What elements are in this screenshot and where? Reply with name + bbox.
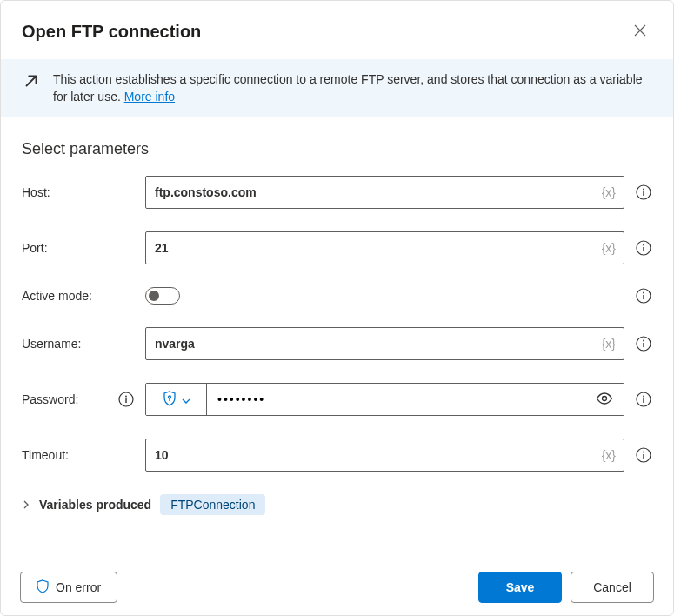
eye-icon: [596, 392, 613, 407]
row-port: Port: {x}: [22, 231, 652, 264]
active-mode-toggle[interactable]: [145, 287, 180, 305]
svg-point-5: [643, 292, 644, 294]
label-port: Port:: [22, 241, 135, 255]
info-icon[interactable]: [635, 335, 652, 352]
row-host: Host: {x}: [22, 176, 652, 209]
label-active-mode: Active mode:: [22, 289, 135, 303]
row-active-mode: Active mode:: [22, 287, 652, 305]
svg-point-1: [643, 189, 644, 191]
input-wrap-host: {x}: [145, 176, 624, 209]
toggle-thumb: [149, 291, 159, 301]
info-icon[interactable]: [635, 446, 652, 464]
shield-outline-icon: [37, 579, 49, 596]
shield-icon: [163, 391, 177, 409]
variables-produced-label: Variables produced: [39, 498, 151, 512]
dialog-header: Open FTP connection: [1, 1, 673, 59]
toggle-wrap: [145, 287, 624, 305]
dialog-content: Select parameters Host: {x} Port: {x}: [1, 117, 673, 559]
svg-point-3: [643, 244, 644, 246]
password-input-wrap: [207, 384, 624, 415]
svg-point-10: [168, 396, 170, 398]
input-wrap-username: {x}: [145, 327, 624, 360]
password-type-dropdown[interactable]: [146, 384, 207, 415]
section-title: Select parameters: [22, 140, 652, 158]
arrow-up-right-icon: [22, 71, 41, 93]
reveal-password-button[interactable]: [592, 389, 617, 411]
info-icon[interactable]: [635, 391, 652, 408]
row-timeout: Timeout: {x}: [22, 439, 652, 472]
info-icon[interactable]: [635, 184, 652, 201]
more-info-link[interactable]: More info: [124, 90, 175, 104]
info-icon[interactable]: [117, 391, 135, 408]
info-icon[interactable]: [635, 239, 652, 257]
chevron-down-icon: [182, 393, 190, 406]
svg-point-15: [643, 452, 644, 453]
timeout-input[interactable]: [145, 439, 624, 472]
svg-point-13: [643, 396, 644, 398]
svg-point-11: [603, 396, 607, 400]
input-wrap-port: {x}: [145, 231, 624, 264]
on-error-label: On error: [56, 580, 101, 594]
info-banner: This action establishes a specific conne…: [1, 59, 673, 117]
footer-right-buttons: Save Cancel: [478, 572, 654, 603]
label-host: Host:: [22, 185, 135, 199]
password-input[interactable]: [207, 384, 624, 415]
close-button[interactable]: [628, 18, 652, 45]
password-group: [145, 383, 624, 416]
close-icon: [633, 23, 647, 40]
info-banner-text: This action establishes a specific conne…: [53, 71, 652, 105]
expand-variables-toggle[interactable]: [22, 499, 30, 510]
input-wrap-timeout: {x}: [145, 439, 624, 472]
dialog-footer: On error Save Cancel: [1, 559, 673, 615]
port-input[interactable]: [145, 231, 624, 264]
variable-chip-ftpconnection[interactable]: FTPConnection: [160, 494, 265, 515]
svg-point-7: [643, 340, 644, 342]
dialog-title: Open FTP connection: [22, 22, 201, 42]
label-username: Username:: [22, 337, 135, 351]
dialog-open-ftp-connection: Open FTP connection This action establis…: [0, 0, 674, 616]
info-icon[interactable]: [635, 287, 652, 305]
host-input[interactable]: [145, 176, 624, 209]
label-password: Password:: [22, 391, 135, 408]
row-username: Username: {x}: [22, 327, 652, 360]
on-error-button[interactable]: On error: [20, 572, 117, 603]
username-input[interactable]: [145, 327, 624, 360]
password-label-text: Password:: [22, 392, 78, 406]
label-timeout: Timeout:: [22, 448, 135, 462]
row-password: Password:: [22, 383, 652, 416]
svg-point-9: [125, 396, 127, 398]
save-button[interactable]: Save: [478, 572, 562, 603]
variables-produced-row: Variables produced FTPConnection: [22, 494, 652, 515]
cancel-button[interactable]: Cancel: [571, 572, 654, 603]
